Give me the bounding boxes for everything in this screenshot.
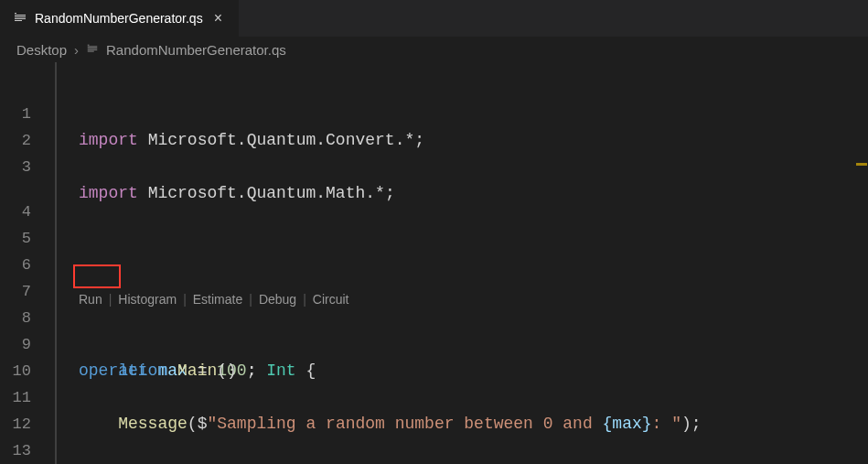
chevron-right-icon: › [74,42,79,58]
file-icon [86,42,99,58]
line-number: 10 [0,358,31,384]
codelens-run[interactable]: Run [79,286,102,313]
run-highlight [73,264,121,288]
codelens-bar: Run | Histogram | Estimate | Debug | Cir… [79,286,348,313]
line-number: 7 [0,278,31,305]
line-number: 9 [0,331,31,358]
breadcrumb: Desktop › RandomNumberGenerator.qs [0,37,868,62]
editor-area[interactable]: 1 2 3 4 5 6 7 8 9 10 11 12 13 import Mic… [0,62,868,464]
line-number: 4 [0,199,31,225]
codelens-circuit[interactable]: Circuit [313,286,349,313]
tab-title: RandomNumberGenerator.qs [35,11,203,26]
tab-bar: RandomNumberGenerator.qs × [0,0,868,37]
line-number: 5 [0,225,31,252]
codelens-debug[interactable]: Debug [259,286,296,313]
line-number: 3 [0,154,31,180]
codelens-estimate[interactable]: Estimate [193,286,242,313]
breadcrumb-folder[interactable]: Desktop [16,42,67,58]
line-number: 8 [0,305,31,331]
editor-tab[interactable]: RandomNumberGenerator.qs × [0,0,240,37]
line-number: 12 [0,411,31,437]
file-icon [13,10,27,27]
line-number: 13 [0,437,31,464]
line-number: 6 [0,252,31,278]
line-gutter: 1 2 3 4 5 6 7 8 9 10 11 12 13 [0,62,55,464]
breadcrumb-file[interactable]: RandomNumberGenerator.qs [106,42,286,58]
codelens-histogram[interactable]: Histogram [118,286,177,313]
scrollbar[interactable] [855,62,868,464]
scroll-marker [856,163,867,166]
code-content[interactable]: import Microsoft.Quantum.Convert.*; impo… [55,62,855,464]
close-icon[interactable]: × [210,10,226,27]
line-number: 1 [0,101,31,127]
line-number: 11 [0,384,31,411]
line-number: 2 [0,127,31,154]
